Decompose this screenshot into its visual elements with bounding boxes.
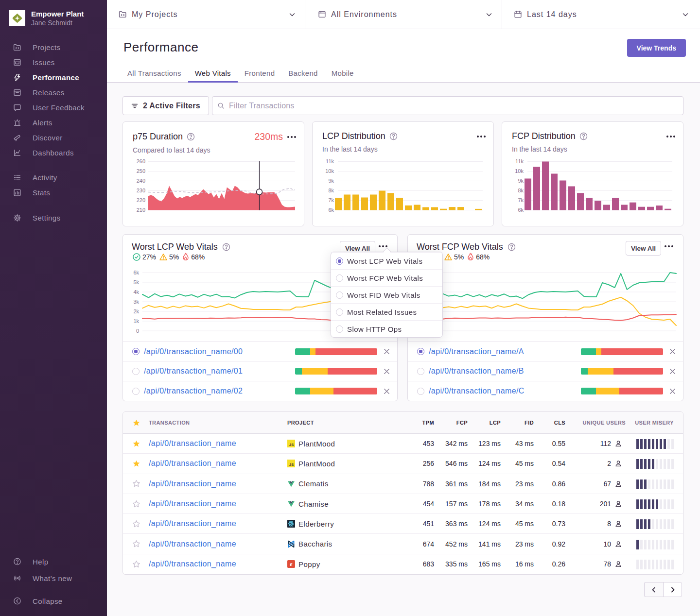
svg-text:1k: 1k: [133, 318, 139, 324]
svg-text:JS: JS: [289, 463, 294, 467]
svg-text:240: 240: [137, 178, 145, 184]
svg-text:JS: JS: [289, 443, 294, 447]
svg-text:6k: 6k: [518, 207, 524, 213]
svg-text:3k: 3k: [133, 299, 139, 305]
svg-text:250: 250: [137, 168, 145, 174]
svg-text:230: 230: [137, 188, 145, 193]
svg-text:5k: 5k: [133, 279, 139, 285]
svg-text:220: 220: [137, 197, 145, 203]
svg-text:2k: 2k: [133, 308, 139, 314]
svg-text:8k: 8k: [518, 188, 524, 193]
svg-text:8k: 8k: [328, 188, 334, 193]
svg-text:11k: 11k: [326, 158, 334, 164]
svg-text:0: 0: [136, 328, 139, 334]
svg-text:9k: 9k: [328, 178, 334, 184]
svg-text:10k: 10k: [325, 168, 334, 174]
svg-text:e: e: [290, 561, 293, 568]
svg-text:7k: 7k: [518, 197, 524, 203]
svg-text:7k: 7k: [328, 197, 334, 203]
svg-text:9k: 9k: [518, 178, 524, 184]
svg-text:260: 260: [137, 158, 145, 164]
svg-text:4k: 4k: [133, 289, 139, 295]
svg-text:6k: 6k: [133, 270, 139, 275]
svg-text:10k: 10k: [515, 168, 524, 174]
svg-text:210: 210: [137, 207, 145, 213]
svg-text:11k: 11k: [515, 158, 524, 164]
svg-text:6k: 6k: [328, 207, 334, 213]
